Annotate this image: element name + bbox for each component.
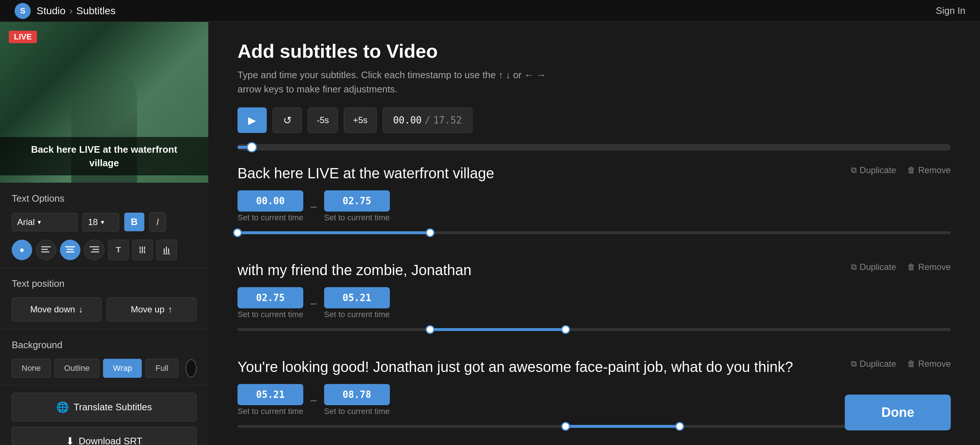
range-thumb-end[interactable]	[675, 422, 684, 431]
move-down-button[interactable]: Move down ↓	[12, 297, 102, 321]
svg-rect-9	[140, 246, 141, 250]
start-time-group: 05.21 Set to current time	[237, 384, 303, 416]
main-content: Add subtitles to Video Type and time you…	[208, 22, 980, 445]
svg-rect-7	[92, 249, 99, 250]
range-fill	[566, 425, 679, 428]
time-controls: 00.00 Set to current time – 02.75 Set to…	[237, 190, 951, 222]
time-controls: 02.75 Set to current time – 05.21 Set to…	[237, 287, 951, 319]
range-fill	[430, 328, 566, 331]
arrow-up-icon: ↑	[168, 304, 172, 315]
card-actions: ⧉ Duplicate 🗑 Remove	[851, 262, 951, 272]
done-button[interactable]: Done	[845, 394, 951, 431]
range-row[interactable]	[237, 229, 951, 237]
range-track	[237, 328, 951, 331]
duplicate-button[interactable]: ⧉ Duplicate	[851, 262, 896, 272]
timeline-track	[237, 146, 951, 149]
align-circle-button[interactable]: ●	[12, 240, 32, 260]
start-time-label: Set to current time	[237, 213, 303, 222]
timeline-bar[interactable]	[237, 144, 951, 151]
svg-rect-12	[144, 246, 145, 250]
move-up-button[interactable]: Move up ↑	[107, 297, 197, 321]
subtitle-card: You're looking good! Jonathan just got a…	[237, 359, 951, 434]
translate-subtitles-button[interactable]: 🌐 Translate Subtitles	[12, 393, 197, 422]
align-center-button[interactable]	[60, 240, 80, 260]
trash-icon: 🗑	[907, 359, 915, 369]
subtitle-card: Back here LIVE at the waterfront village…	[237, 165, 951, 240]
range-thumb-end[interactable]	[561, 325, 570, 334]
bg-outline-button[interactable]: Outline	[54, 359, 100, 378]
replay-icon: ↺	[283, 114, 291, 126]
bg-wrap-button[interactable]: Wrap	[103, 359, 142, 378]
range-row[interactable]	[237, 423, 951, 430]
svg-rect-2	[41, 251, 49, 253]
end-time-input[interactable]: 02.75	[324, 190, 390, 211]
end-time-input[interactable]: 05.21	[324, 287, 390, 308]
remove-button[interactable]: 🗑 Remove	[907, 359, 951, 369]
timeline-thumb[interactable]	[247, 142, 257, 153]
range-row[interactable]	[237, 326, 951, 333]
current-time[interactable]: 00.00	[393, 115, 422, 126]
duplicate-icon: ⧉	[851, 359, 857, 369]
end-time-input[interactable]: 08.78	[324, 384, 390, 405]
end-time-label: Set to current time	[324, 407, 390, 416]
end-time-group: 08.78 Set to current time	[324, 384, 390, 416]
duplicate-button[interactable]: ⧉ Duplicate	[851, 165, 896, 175]
svg-rect-1	[41, 249, 48, 250]
range-thumb-start[interactable]	[426, 325, 434, 334]
skip-fwd-button[interactable]: +5s	[344, 107, 376, 133]
italic-button[interactable]: I	[150, 212, 166, 232]
trash-icon: 🗑	[907, 262, 915, 272]
text-options-title: Text Options	[12, 193, 197, 204]
trash-icon: 🗑	[907, 165, 915, 175]
bg-full-button[interactable]: Full	[145, 359, 178, 378]
page-title: Add subtitles to Video	[237, 40, 951, 62]
range-thumb-start[interactable]	[233, 228, 242, 237]
skip-back-button[interactable]: -5s	[308, 107, 338, 133]
studio-logo[interactable]: S	[14, 3, 31, 19]
page-header: Add subtitles to Video Type and time you…	[208, 22, 980, 107]
remove-button[interactable]: 🗑 Remove	[907, 262, 951, 272]
total-time: 17.52	[433, 115, 462, 126]
align-left-button[interactable]	[36, 240, 56, 260]
play-button[interactable]: ▶	[237, 107, 267, 133]
nav-left: S Studio › Subtitles	[14, 3, 116, 19]
end-time-label: Set to current time	[324, 310, 390, 319]
color-swatch[interactable]	[186, 359, 197, 377]
duplicate-button[interactable]: ⧉ Duplicate	[851, 359, 896, 369]
start-time-label: Set to current time	[237, 310, 303, 319]
arrow-down-icon: ↓	[79, 304, 83, 315]
time-separator: /	[425, 115, 430, 126]
text-style-button[interactable]: T	[108, 240, 129, 260]
svg-rect-6	[89, 246, 99, 247]
align-right-button[interactable]	[84, 240, 105, 260]
time-range-separator: –	[310, 394, 317, 406]
breadcrumb-current: Subtitles	[76, 5, 116, 17]
range-thumb-start[interactable]	[561, 422, 570, 431]
start-time-input[interactable]: 02.75	[237, 287, 303, 308]
background-title: Background	[12, 339, 197, 351]
page-description: Type and time your subtitles. Click each…	[237, 68, 951, 97]
replay-button[interactable]: ↺	[273, 107, 302, 133]
font-size-select[interactable]: 18 ▾	[83, 213, 119, 231]
duplicate-icon: ⧉	[851, 262, 857, 272]
font-family-select[interactable]: Arial ▾	[12, 213, 78, 231]
download-srt-button[interactable]: ⬇ Download SRT	[12, 427, 197, 445]
breadcrumb-separator: ›	[69, 5, 72, 17]
vert-align-mid-button[interactable]	[132, 240, 153, 260]
bold-button[interactable]: B	[124, 213, 144, 231]
move-buttons: Move down ↓ Move up ↑	[12, 297, 197, 321]
range-thumb-end[interactable]	[426, 228, 434, 237]
end-time-group: 02.75 Set to current time	[324, 190, 390, 222]
playback-bar: ▶ ↺ -5s +5s 00.00 / 17.52	[208, 107, 980, 144]
vert-align-bot-button[interactable]	[156, 240, 177, 260]
studio-nav-link[interactable]: Studio	[37, 5, 65, 17]
font-controls: Arial ▾ 18 ▾ B I	[12, 212, 197, 232]
start-time-input[interactable]: 05.21	[237, 384, 303, 405]
remove-button[interactable]: 🗑 Remove	[907, 165, 951, 175]
svg-rect-10	[140, 250, 141, 253]
sign-in-button[interactable]: Sign In	[936, 5, 966, 16]
bg-none-button[interactable]: None	[12, 359, 51, 378]
start-time-input[interactable]: 00.00	[237, 190, 303, 211]
start-time-group: 02.75 Set to current time	[237, 287, 303, 319]
background-section: Background None Outline Wrap Full	[0, 329, 208, 385]
